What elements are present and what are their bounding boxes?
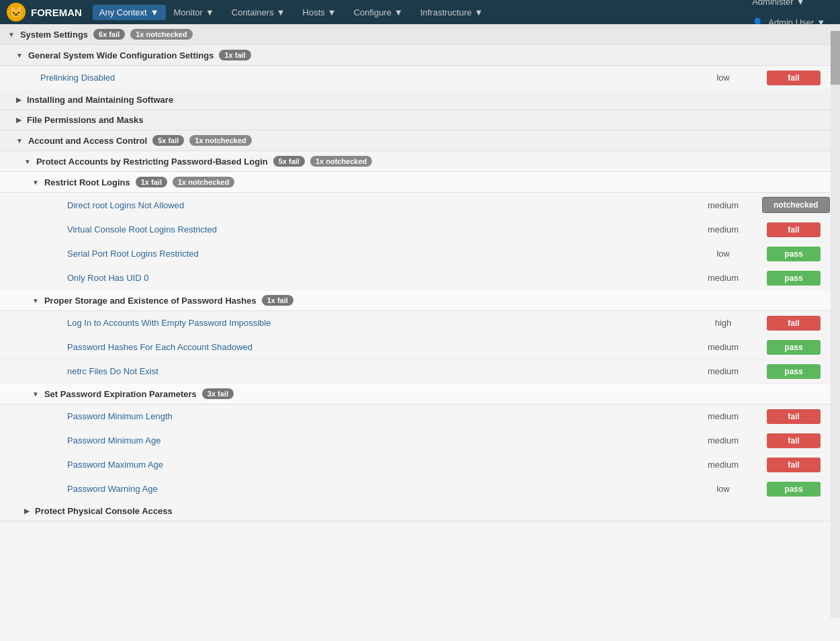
general-config-header[interactable]: ▼ General System Wide Configuration Sett…	[0, 45, 831, 66]
top-navbar: 🐱 FOREMAN Any Context ▼ Monitor ▼ Contai…	[0, 0, 840, 24]
file-permissions-label: File Permissions and Masks	[27, 115, 143, 125]
system-settings-notchecked-badge: 1x notchecked	[130, 29, 192, 40]
prelinking-severity: low	[690, 67, 757, 88]
context-label: Any Context	[99, 7, 147, 17]
serial-port-link[interactable]: Serial Port Root Logins Restricted	[0, 243, 690, 264]
password-hashes-status-badge: pass	[767, 340, 821, 355]
direct-root-status-badge: notchecked	[762, 197, 830, 213]
password-min-age-link[interactable]: Password Minimum Age	[0, 430, 690, 451]
set-password-expiration-arrow: ▼	[32, 390, 39, 398]
general-config-badge: 1x fail	[219, 50, 250, 60]
password-min-age-status-badge: fail	[767, 433, 821, 448]
virtual-console-status-badge: fail	[767, 222, 821, 237]
password-hashes-severity: medium	[690, 337, 757, 357]
administer-dropdown-icon: ▼	[796, 0, 805, 7]
scrollbar-thumb[interactable]	[831, 31, 840, 85]
virtual-console-severity: medium	[690, 219, 757, 240]
protect-accounts-header[interactable]: ▼ Protect Accounts by Restricting Passwo…	[0, 151, 831, 172]
scrollbar-track[interactable]	[831, 24, 840, 618]
netrc-files-status: pass	[757, 360, 831, 383]
configure-dropdown-icon: ▼	[394, 7, 403, 17]
nav-monitor[interactable]: Monitor ▼	[166, 2, 222, 23]
empty-password-severity: high	[690, 312, 757, 333]
protect-accounts-fail-badge: 5x fail	[273, 156, 305, 167]
protect-accounts-notchecked-badge: 1x notchecked	[310, 156, 372, 167]
file-permissions-header[interactable]: ▶ File Permissions and Masks	[0, 110, 831, 130]
password-min-age-status: fail	[757, 429, 831, 452]
set-password-expiration-header[interactable]: ▼ Set Password Expiration Parameters 3x …	[0, 384, 831, 404]
administer-label: Administer	[752, 0, 793, 7]
password-max-age-status-badge: fail	[767, 458, 821, 472]
restrict-root-arrow: ▼	[32, 179, 39, 186]
only-root-uid-link[interactable]: Only Root Has UID 0	[0, 267, 690, 288]
app-name: FOREMAN	[31, 7, 82, 18]
netrc-files-severity: medium	[690, 361, 757, 382]
logo-icon: 🐱	[7, 3, 26, 22]
only-root-uid-severity: medium	[690, 267, 757, 288]
only-root-uid-status-badge: pass	[767, 271, 821, 286]
table-row: Password Maximum Age medium fail	[0, 453, 831, 477]
nav-infrastructure[interactable]: Infrastructure ▼	[412, 2, 491, 23]
physical-console-header[interactable]: ▶ Protect Physical Console Access	[0, 501, 831, 521]
hosts-dropdown-icon: ▼	[328, 7, 336, 17]
general-config-arrow: ▼	[16, 52, 23, 59]
serial-port-status-badge: pass	[767, 247, 821, 261]
table-row: Password Warning Age low pass	[0, 477, 831, 501]
infrastructure-dropdown-icon: ▼	[474, 7, 483, 17]
prelinking-disabled-link[interactable]: Prelinking Disabled	[0, 67, 690, 88]
netrc-files-link[interactable]: netrc Files Do Not Exist	[0, 361, 690, 382]
password-max-age-severity: medium	[690, 454, 757, 475]
account-access-header[interactable]: ▼ Account and Access Control 5x fail 1x …	[0, 130, 831, 151]
table-row: Log In to Accounts With Empty Password I…	[0, 311, 831, 335]
table-row: Direct root Logins Not Allowed medium no…	[0, 193, 831, 218]
monitor-dropdown-icon: ▼	[205, 7, 214, 17]
password-min-age-severity: medium	[690, 430, 757, 451]
physical-console-arrow: ▶	[24, 507, 30, 515]
password-warning-age-link[interactable]: Password Warning Age	[0, 478, 690, 499]
password-warning-age-severity: low	[690, 478, 757, 499]
administer-menu[interactable]: Administer ▼	[744, 0, 833, 12]
nav-hosts[interactable]: Hosts ▼	[295, 2, 344, 23]
context-dropdown-icon: ▼	[150, 7, 159, 17]
password-hashes-link[interactable]: Password Hashes For Each Account Shadowe…	[0, 337, 690, 357]
system-settings-arrow: ▼	[8, 31, 15, 38]
set-password-expiration-badge: 3x fail	[202, 388, 234, 399]
prelinking-status: fail	[757, 67, 831, 89]
table-row: Serial Port Root Logins Restricted low p…	[0, 242, 831, 266]
serial-port-severity: low	[690, 243, 757, 264]
physical-console-label: Protect Physical Console Access	[35, 506, 173, 516]
password-min-length-severity: medium	[690, 406, 757, 427]
containers-dropdown-icon: ▼	[277, 7, 285, 17]
account-access-arrow: ▼	[16, 137, 23, 144]
restrict-root-header[interactable]: ▼ Restrict Root Logins 1x fail 1x notche…	[0, 172, 831, 193]
app-logo: 🐱 FOREMAN	[7, 3, 82, 22]
proper-storage-arrow: ▼	[32, 297, 39, 304]
serial-port-status: pass	[757, 243, 831, 265]
empty-password-status: fail	[757, 312, 831, 335]
nav-containers[interactable]: Containers ▼	[224, 2, 293, 23]
installing-software-header[interactable]: ▶ Installing and Maintaining Software	[0, 90, 831, 110]
prelinking-status-badge: fail	[767, 71, 821, 85]
virtual-console-link[interactable]: Virtual Console Root Logins Restricted	[0, 219, 690, 240]
password-min-length-status: fail	[757, 405, 831, 428]
file-permissions-arrow: ▶	[16, 116, 21, 124]
table-row: netrc Files Do Not Exist medium pass	[0, 359, 831, 384]
system-settings-header[interactable]: ▼ System Settings 6x fail 1x notchecked	[0, 24, 831, 45]
direct-root-status: notchecked	[757, 193, 831, 217]
nav-configure[interactable]: Configure ▼	[346, 2, 411, 23]
account-access-notchecked-badge: 1x notchecked	[189, 135, 251, 146]
empty-password-link[interactable]: Log In to Accounts With Empty Password I…	[0, 312, 690, 333]
direct-root-link[interactable]: Direct root Logins Not Allowed	[0, 195, 690, 216]
restrict-root-fail-badge: 1x fail	[136, 177, 167, 187]
password-max-age-link[interactable]: Password Maximum Age	[0, 454, 690, 475]
password-min-length-status-badge: fail	[767, 409, 821, 424]
password-min-length-link[interactable]: Password Minimum Length	[0, 406, 690, 427]
password-warning-age-status: pass	[757, 478, 831, 501]
empty-password-status-badge: fail	[767, 316, 821, 331]
results-table: ▼ System Settings 6x fail 1x notchecked …	[0, 24, 831, 618]
table-row: Only Root Has UID 0 medium pass	[0, 266, 831, 290]
context-selector[interactable]: Any Context ▼	[93, 5, 166, 20]
restrict-root-notchecked-badge: 1x notchecked	[173, 177, 234, 187]
table-row: Password Minimum Age medium fail	[0, 429, 831, 453]
proper-storage-header[interactable]: ▼ Proper Storage and Existence of Passwo…	[0, 290, 831, 311]
